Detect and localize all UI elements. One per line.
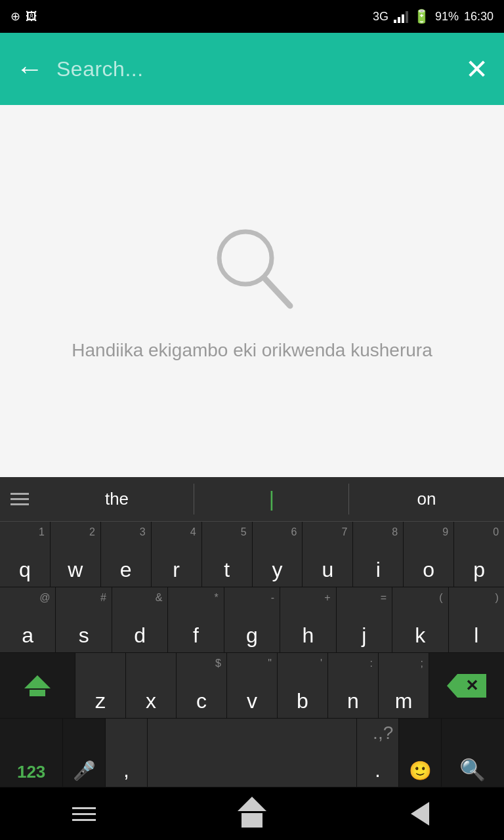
- svg-line-1: [265, 279, 290, 306]
- nav-menu-button[interactable]: [58, 794, 110, 833]
- app-icon-2: 🖼: [26, 10, 37, 24]
- key-w[interactable]: 2 w: [51, 522, 101, 587]
- key-comma[interactable]: ,: [106, 719, 148, 787]
- battery-icon: 🔋: [413, 9, 430, 24]
- key-r[interactable]: 4 r: [152, 522, 202, 587]
- nav-back-icon: [411, 802, 429, 826]
- key-y[interactable]: 6 y: [253, 522, 303, 587]
- key-s[interactable]: # s: [56, 587, 112, 652]
- key-123[interactable]: 123: [0, 719, 63, 787]
- signal-bars: [394, 10, 408, 23]
- nav-bar: [0, 788, 504, 840]
- key-k[interactable]: ( k: [392, 587, 448, 652]
- status-bar: ⊕ 🖼 3G 🔋 91% 16:30: [0, 0, 504, 33]
- search-input[interactable]: Search...: [56, 57, 452, 81]
- backspace-key[interactable]: ✕: [429, 653, 504, 718]
- shift-key[interactable]: [0, 653, 75, 718]
- search-bar: ← Search... ✕: [0, 33, 504, 105]
- key-m[interactable]: ; m: [379, 653, 429, 718]
- menu-lines-icon: [10, 493, 29, 505]
- suggestion-cursor[interactable]: |: [194, 477, 349, 521]
- clock: 16:30: [464, 10, 494, 24]
- key-z[interactable]: z: [75, 653, 126, 718]
- suggestion-on[interactable]: on: [349, 477, 504, 521]
- keyboard-row-4: 123 🎤 , .,? . 🙂 🔍: [0, 719, 504, 788]
- close-button[interactable]: ✕: [465, 53, 488, 85]
- key-a[interactable]: @ a: [0, 587, 56, 652]
- key-dotrow[interactable]: .,? .: [357, 719, 400, 787]
- network-type: 3G: [373, 10, 388, 24]
- keyboard: the | on 1 q 2 w 3 e 4 r 5 t 6: [0, 477, 504, 788]
- main-content: Handiika ekigambo eki orikwenda kusherur…: [0, 105, 504, 477]
- key-mic[interactable]: 🎤: [63, 719, 106, 787]
- back-button[interactable]: ←: [16, 53, 43, 85]
- key-c[interactable]: $ c: [177, 653, 227, 718]
- battery-percent: 91%: [435, 10, 459, 24]
- keyboard-row-1: 1 q 2 w 3 e 4 r 5 t 6 y 7 u 8 i: [0, 522, 504, 587]
- nav-home-icon: [238, 800, 266, 828]
- key-f[interactable]: * f: [168, 587, 224, 652]
- key-p[interactable]: 0 p: [454, 522, 504, 587]
- key-l[interactable]: ) l: [449, 587, 504, 652]
- key-i[interactable]: 8 i: [353, 522, 404, 587]
- nav-home-button[interactable]: [226, 794, 278, 833]
- key-n[interactable]: : n: [328, 653, 379, 718]
- suggestions-row: the | on: [0, 477, 504, 522]
- key-u[interactable]: 7 u: [303, 522, 353, 587]
- key-v[interactable]: " v: [227, 653, 278, 718]
- key-o[interactable]: 9 o: [404, 522, 454, 587]
- key-j[interactable]: = j: [337, 587, 392, 652]
- keyboard-row-2: @ a # s & d * f - g + h = j ( k: [0, 587, 504, 653]
- key-b[interactable]: ' b: [278, 653, 328, 718]
- key-h[interactable]: + h: [280, 587, 336, 652]
- key-emoticon[interactable]: 🙂: [399, 719, 442, 787]
- key-x[interactable]: x: [126, 653, 177, 718]
- key-t[interactable]: 5 t: [202, 522, 253, 587]
- app-icon-1: ⊕: [10, 9, 20, 24]
- keyboard-row-3: z x $ c " v ' b : n ; m ✕: [0, 653, 504, 719]
- key-search[interactable]: 🔍: [442, 719, 504, 787]
- key-e[interactable]: 3 e: [101, 522, 152, 587]
- nav-back-button[interactable]: [394, 794, 446, 833]
- empty-state-message: Handiika ekigambo eki orikwenda kusherur…: [72, 340, 432, 361]
- key-g[interactable]: - g: [224, 587, 280, 652]
- keyboard-menu-button[interactable]: [0, 477, 39, 521]
- nav-menu-icon: [72, 807, 96, 821]
- suggestion-the[interactable]: the: [39, 477, 194, 521]
- key-space[interactable]: [148, 719, 357, 787]
- key-q[interactable]: 1 q: [0, 522, 51, 587]
- key-d[interactable]: & d: [112, 587, 168, 652]
- search-magnifier-icon: [206, 222, 298, 314]
